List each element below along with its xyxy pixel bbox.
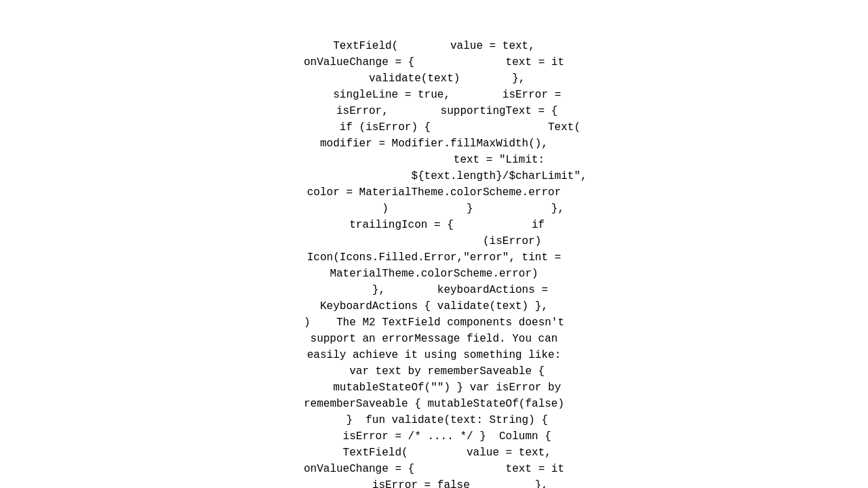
code-line-2: validate(text) }, [0, 70, 868, 87]
code-line-4: isError, supportingText = { [0, 103, 868, 119]
code-line-16: KeyboardActions { validate(text) }, [0, 298, 868, 314]
code-line-8: ${text.length}/$charLimit", [0, 168, 868, 184]
code-line-11: trailingIcon = { if [0, 217, 868, 233]
code-line-23: } fun validate(text: String) { [0, 412, 868, 428]
code-line-3: singleLine = true, isError = [0, 87, 868, 103]
code-line-7: text = "Limit: [0, 152, 868, 168]
code-line-18: support an errorMessage field. You can [0, 331, 868, 347]
code-line-13: Icon(Icons.Filled.Error,"error", tint = [0, 249, 868, 266]
code-line-27: isError = false }, [0, 477, 868, 488]
code-line-14: MaterialTheme.colorScheme.error) [0, 266, 868, 282]
code-line-5: if (isError) { Text( [0, 119, 868, 136]
code-line-1: onValueChange = { text = it [0, 54, 868, 70]
code-line-19: easily achieve it using something like: [0, 347, 868, 363]
code-line-26: onValueChange = { text = it [0, 461, 868, 477]
code-line-20: var text by rememberSaveable { [0, 363, 868, 380]
code-line-10: ) } }, [0, 201, 868, 217]
code-line-15: }, keyboardActions = [0, 282, 868, 298]
code-line-22: rememberSaveable { mutableStateOf(false) [0, 396, 868, 412]
code-block: TextField( value = text,onValueChange = … [0, 0, 868, 488]
code-line-12: (isError) [0, 233, 868, 249]
code-line-17: ) The M2 TextField components doesn't [0, 314, 868, 331]
code-line-6: modifier = Modifier.fillMaxWidth(), [0, 136, 868, 152]
code-line-25: TextField( value = text, [0, 445, 868, 461]
code-line-0: TextField( value = text, [0, 38, 868, 54]
code-container: TextField( value = text,onValueChange = … [0, 0, 868, 488]
code-line-21: mutableStateOf("") } var isError by [0, 380, 868, 396]
code-line-9: color = MaterialTheme.colorScheme.error [0, 184, 868, 201]
code-line-24: isError = /* .... */ } Column { [0, 428, 868, 445]
